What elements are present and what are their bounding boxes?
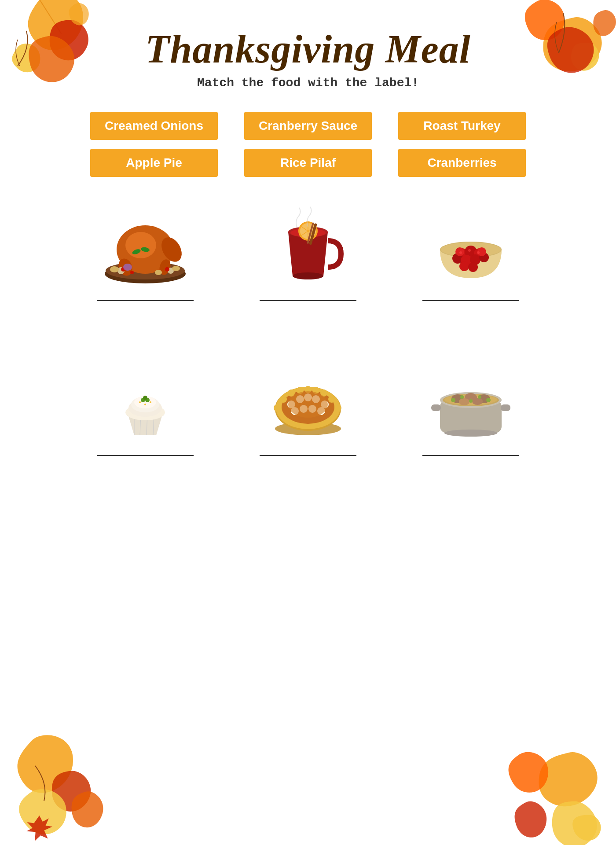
svg-point-98	[469, 399, 473, 403]
svg-point-38	[459, 261, 469, 271]
stew-image	[422, 358, 519, 446]
label-cranberries[interactable]: Cranberries	[398, 149, 526, 177]
label-cranberry-sauce[interactable]: Cranberry Sauce	[244, 112, 372, 140]
page-title: Thanksgiving Meal	[0, 26, 616, 72]
svg-point-96	[478, 395, 481, 399]
pie-image	[260, 358, 356, 446]
svg-point-95	[460, 395, 464, 399]
page-subtitle: Match the food with the label!	[0, 76, 616, 90]
food-item-pie	[244, 358, 372, 456]
label-rice-pilaf[interactable]: Rice Pilaf	[244, 149, 372, 177]
food-item-drink	[244, 203, 372, 301]
labels-row-1: Creamed Onions Cranberry Sauce Roast Tur…	[0, 112, 616, 140]
svg-rect-86	[501, 404, 510, 411]
svg-point-56	[143, 396, 147, 400]
svg-point-93	[472, 398, 483, 405]
pie-answer-line	[260, 455, 356, 456]
food-item-turkey	[81, 203, 209, 301]
svg-point-43	[468, 249, 471, 252]
svg-point-97	[486, 398, 491, 402]
label-apple-pie[interactable]: Apple Pie	[90, 149, 218, 177]
svg-point-42	[459, 251, 462, 254]
svg-point-59	[144, 404, 146, 405]
svg-point-99	[444, 430, 497, 437]
label-roast-turkey[interactable]: Roast Turkey	[398, 112, 526, 140]
food-grid-row1	[0, 203, 616, 301]
drink-image	[260, 203, 356, 291]
cranberries-image	[422, 203, 519, 291]
svg-point-19	[293, 272, 323, 279]
svg-point-39	[468, 262, 478, 272]
svg-point-72	[334, 404, 341, 411]
svg-rect-85	[431, 404, 441, 411]
svg-point-65	[280, 396, 287, 403]
cupcake-image	[97, 358, 194, 446]
svg-point-94	[451, 398, 455, 402]
svg-point-57	[139, 401, 141, 403]
svg-point-82	[288, 391, 328, 418]
svg-point-15	[110, 266, 119, 272]
turkey-image	[97, 203, 194, 291]
stew-answer-line	[422, 455, 519, 456]
svg-point-16	[172, 266, 180, 271]
svg-point-58	[150, 401, 151, 403]
svg-point-92	[459, 398, 469, 405]
svg-point-64	[274, 404, 281, 411]
labels-row-2: Apple Pie Rice Pilaf Cranberries	[0, 149, 616, 177]
cranberries-answer-line	[422, 300, 519, 301]
food-grid-row2	[0, 358, 616, 456]
svg-point-44	[477, 251, 480, 254]
label-creamed-onions[interactable]: Creamed Onions	[90, 112, 218, 140]
svg-point-12	[165, 267, 169, 272]
svg-point-4	[125, 232, 156, 258]
svg-point-71	[328, 396, 335, 403]
svg-point-14	[123, 264, 132, 271]
svg-point-17	[155, 270, 162, 275]
cupcake-answer-line	[97, 455, 194, 456]
drink-answer-line	[260, 300, 356, 301]
food-item-cupcake	[81, 358, 209, 456]
turkey-answer-line	[97, 300, 194, 301]
svg-point-13	[130, 271, 134, 274]
food-item-stew	[407, 358, 535, 456]
food-item-cranberries	[407, 203, 535, 301]
